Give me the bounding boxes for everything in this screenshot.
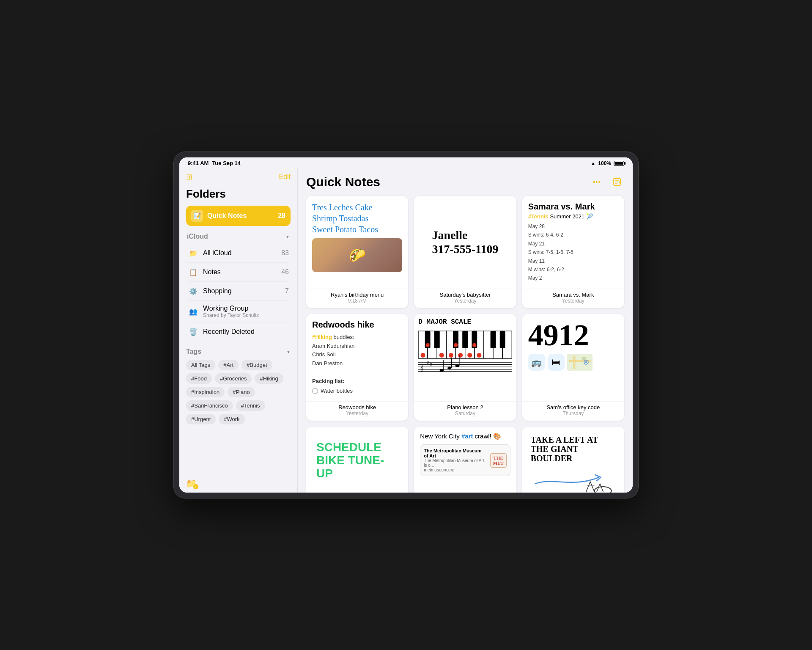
note-card-office-key[interactable]: 4912 🚌 🛏 <box>522 314 624 421</box>
note-date-piano: Saturday <box>420 410 510 416</box>
tag-hiking[interactable]: #Hiking <box>255 373 283 384</box>
tag-piano[interactable]: #Piano <box>228 387 255 397</box>
icloud-section-header: iCloud ▼ <box>186 233 291 240</box>
note-footer-office-key: Sam's office key code Thursday <box>522 401 624 421</box>
hike-title: Redwoods hike <box>312 320 402 330</box>
note-name-redwoods: Redwoods hike <box>312 404 402 410</box>
svg-rect-18 <box>463 331 468 348</box>
svg-point-25 <box>458 353 463 358</box>
museum-name: The Metropolitan Museum of Art <box>424 448 486 458</box>
svg-point-30 <box>473 343 477 347</box>
note-card-nyc[interactable]: New York City #art crawl! 🎨 The Metropol… <box>414 427 516 493</box>
icloud-section-title: iCloud <box>187 233 208 240</box>
folder-sub-working-group: Shared by Taylor Schultz <box>203 312 289 318</box>
folder-count-shopping: 7 <box>285 287 289 295</box>
tag-sanfrancisco[interactable]: #SanFrancisco <box>186 400 233 411</box>
wifi-icon: ▲ <box>590 160 595 166</box>
time: 9:41 AM <box>188 160 208 166</box>
tag-art[interactable]: #Art <box>218 360 239 370</box>
svg-text:#: # <box>430 361 433 366</box>
nyc-title: New York City #art crawl! 🎨 <box>420 432 510 440</box>
tag-work[interactable]: #Work <box>219 414 244 424</box>
note-footer-piano: Piano lesson 2 Saturday <box>414 401 516 421</box>
piano-title: D MAJOR SCALE <box>418 318 512 326</box>
status-right: ▲ 100% <box>590 160 624 166</box>
tags-section: Tags ▼ All Tags #Art #Budget #Food #Groc… <box>186 348 291 424</box>
tags-title: Tags <box>186 348 201 355</box>
tag-food[interactable]: #Food <box>186 373 212 384</box>
note-footer-ryans-birthday: Ryan's birthday menu 9:18 AM <box>306 289 408 308</box>
folder-count-notes: 46 <box>281 268 289 276</box>
note-card-janelle[interactable]: Janelle317-555-1109 Saturday's babysitte… <box>414 196 516 308</box>
more-options-button[interactable] <box>590 175 604 189</box>
svg-point-41 <box>455 364 459 367</box>
folder-list: 📁 All iCloud 83 📋 Notes 46 ⚙️ Shopping 7 <box>186 244 291 341</box>
notes-area-title: Quick Notes <box>306 175 380 189</box>
note-preview-piano: D MAJOR SCALE <box>414 314 516 402</box>
compose-button[interactable] <box>610 175 624 189</box>
tag-all-tags[interactable]: All Tags <box>186 360 215 370</box>
svg-point-28 <box>426 343 430 347</box>
folder-count-all-icloud: 83 <box>281 249 289 257</box>
tags-chevron-icon[interactable]: ▼ <box>286 350 291 354</box>
note-card-bike[interactable]: SCHEDULEBIKE TUNE-UP Schedule bike tune-… <box>306 427 408 493</box>
note-card-boulder[interactable]: TAKE A LEFT AT THE GIANT BOULDER <box>522 427 624 493</box>
note-preview-nyc: New York City #art crawl! 🎨 The Metropol… <box>414 427 516 493</box>
boulder-text: TAKE A LEFT AT THE GIANT BOULDER <box>528 432 618 465</box>
tennis-tag: #Tennis <box>528 213 549 220</box>
note-name-piano: Piano lesson 2 <box>420 404 510 410</box>
quick-notes-label: Quick Notes <box>207 212 278 220</box>
notes-grid: Tres Leches CakeShrimp TostadasSweet Pot… <box>306 196 624 493</box>
note-name-ryans-birthday: Ryan's birthday menu <box>312 292 402 298</box>
note-card-piano[interactable]: D MAJOR SCALE <box>414 314 516 421</box>
tag-urgent[interactable]: #Urgent <box>186 414 216 424</box>
note-preview-ryans-birthday: Tres Leches CakeShrimp TostadasSweet Pot… <box>306 196 408 289</box>
note-card-ryans-birthday[interactable]: Tres Leches CakeShrimp TostadasSweet Pot… <box>306 196 408 308</box>
new-folder-icon[interactable]: 📁+ <box>186 478 197 488</box>
sidebar-item-all-icloud[interactable]: 📁 All iCloud 83 <box>186 244 291 263</box>
all-icloud-icon: 📁 <box>188 248 199 259</box>
sidebar: ⊞ Edit Folders 📝 Quick Notes 28 iCloud ▼ <box>179 168 298 493</box>
tag-tennis[interactable]: #Tennis <box>236 400 265 411</box>
note-preview-janelle: Janelle317-555-1109 <box>414 196 516 289</box>
note-preview-boulder: TAKE A LEFT AT THE GIANT BOULDER <box>522 427 624 493</box>
key-code-icons: 🚌 🛏 <box>528 354 618 371</box>
folder-name-all-icloud: All iCloud <box>203 249 281 257</box>
icloud-chevron-icon[interactable]: ▼ <box>285 234 290 239</box>
svg-rect-47 <box>573 356 575 369</box>
ipad-screen: 9:41 AM Tue Sep 14 ▲ 100% ⊞ Edit <box>179 157 633 493</box>
tag-groceries[interactable]: #Groceries <box>215 373 252 384</box>
tag-inspiration[interactable]: #Inspiration <box>186 387 225 397</box>
sidebar-toggle-icon[interactable]: ⊞ <box>186 172 192 182</box>
notes-toolbar <box>590 175 624 189</box>
bed-icon: 🛏 <box>548 354 565 371</box>
svg-point-39 <box>440 369 444 372</box>
main-content: ⊞ Edit Folders 📝 Quick Notes 28 iCloud ▼ <box>179 168 633 493</box>
museum-description: The Metropolitan Museum of Art is o... <box>424 458 486 468</box>
boulder-sketch <box>522 469 624 493</box>
sidebar-item-working-group[interactable]: 👥 Working Group Shared by Taylor Schultz <box>186 301 291 322</box>
tag-budget[interactable]: #Budget <box>241 360 272 370</box>
sidebar-item-notes[interactable]: 📋 Notes 46 <box>186 263 291 282</box>
edit-button[interactable]: Edit <box>279 173 291 181</box>
svg-point-40 <box>447 366 451 369</box>
sidebar-item-quick-notes[interactable]: 📝 Quick Notes 28 <box>186 206 291 226</box>
note-card-samara[interactable]: Samara vs. Mark #Tennis Summer 2021 🎾 Ma… <box>522 196 624 308</box>
note-card-redwoods[interactable]: Redwoods hike #Hiking buddies: Aram Kudu… <box>306 314 408 421</box>
ipad-frame: 9:41 AM Tue Sep 14 ▲ 100% ⊞ Edit <box>173 151 639 499</box>
note-date-redwoods: Yesterday <box>312 410 402 416</box>
svg-rect-21 <box>500 331 505 348</box>
svg-rect-16 <box>434 331 440 348</box>
note-date-ryans-birthday: 9:18 AM <box>312 298 402 304</box>
svg-point-2 <box>598 181 600 183</box>
sidebar-item-recently-deleted[interactable]: 🗑️ Recently Deleted <box>186 322 291 341</box>
map-preview <box>567 354 593 371</box>
svg-point-24 <box>449 353 453 358</box>
battery-percent: 100% <box>598 160 611 166</box>
note-date-janelle: Yesterday <box>420 298 510 304</box>
svg-rect-45 <box>567 354 593 371</box>
svg-point-27 <box>477 353 482 358</box>
svg-text:#: # <box>427 359 430 364</box>
museum-info: The Metropolitan Museum of Art The Metro… <box>424 448 486 472</box>
sidebar-item-shopping[interactable]: ⚙️ Shopping 7 <box>186 282 291 301</box>
